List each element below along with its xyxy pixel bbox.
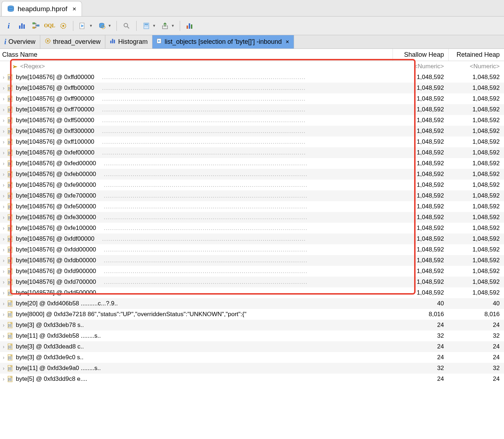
- table-row[interactable]: ›[i]byte[1048576] @ 0xfd900000 1,048,592…: [0, 266, 504, 277]
- expand-icon[interactable]: ›: [0, 85, 7, 91]
- histogram-button[interactable]: [17, 20, 28, 32]
- close-icon[interactable]: ✕: [72, 6, 77, 12]
- table-row[interactable]: ›[i]byte[1048576] @ 0xffd00000 1,048,592…: [0, 72, 504, 83]
- tab-thread-overview[interactable]: thread_overview: [40, 35, 105, 48]
- table-row[interactable]: ›[i]byte[1048576] @ 0xfdd00000 1,048,592…: [0, 244, 504, 255]
- table-row[interactable]: ›[i]byte[1048576] @ 0xfe900000 1,048,592…: [0, 180, 504, 190]
- dotted-fill: [104, 246, 393, 253]
- expand-icon[interactable]: ›: [0, 128, 7, 134]
- retained-heap-value: 1,048,592: [448, 235, 504, 242]
- expand-icon[interactable]: ›: [0, 268, 7, 274]
- gear-button[interactable]: [58, 20, 69, 32]
- tab-list-objects[interactable]: list_objects [selection of 'byte[]'] -in…: [152, 35, 294, 48]
- table-row[interactable]: ›[i]byte[1048576] @ 0xff500000 1,048,592…: [0, 115, 504, 126]
- table-row[interactable]: ›[i]byte[5] @ 0xfd3dd9c8 e....2424: [0, 374, 504, 384]
- tab-overview[interactable]: i Overview: [0, 35, 40, 48]
- calc-dropdown[interactable]: ▼: [141, 20, 157, 32]
- expand-icon[interactable]: ›: [0, 161, 7, 166]
- expand-icon[interactable]: ›: [0, 355, 7, 360]
- numeric-filter-retained[interactable]: <Numeric>: [448, 63, 504, 70]
- table-row[interactable]: ›[i]byte[8000] @ 0xfd3e7218 86","status"…: [0, 309, 504, 320]
- expand-icon[interactable]: ›: [0, 139, 7, 145]
- numeric-filter-shallow[interactable]: <Numeric>: [393, 63, 448, 70]
- table-row[interactable]: ›[i]byte[1048576] @ 0xfe500000 1,048,592…: [0, 201, 504, 212]
- table-row[interactable]: ›[i]byte[3] @ 0xfd3deb78 s..2424: [0, 320, 504, 331]
- table-row[interactable]: ›[i]byte[1048576] @ 0xff700000 1,048,592…: [0, 104, 504, 115]
- column-shallow-heap[interactable]: Shallow Heap: [393, 49, 448, 61]
- play-dropdown[interactable]: ▼: [77, 20, 94, 32]
- expand-icon[interactable]: ›: [0, 322, 7, 328]
- chart-button[interactable]: [184, 20, 196, 32]
- table-row[interactable]: ›[i]byte[1048576] @ 0xff100000 1,048,592…: [0, 137, 504, 147]
- tab-histogram[interactable]: Histogram: [105, 35, 152, 48]
- table-row[interactable]: ›[i]byte[3] @ 0xfd3dead8 c..2424: [0, 341, 504, 352]
- file-tab[interactable]: heapdump.hprof ✕: [1, 1, 82, 16]
- expand-icon[interactable]: ›: [0, 193, 7, 199]
- expand-icon[interactable]: ›: [0, 333, 7, 339]
- expand-icon[interactable]: ›: [0, 258, 7, 263]
- expand-icon[interactable]: ›: [0, 74, 7, 80]
- tree-button[interactable]: [30, 20, 42, 32]
- dotted-fill: [104, 225, 393, 232]
- expand-icon[interactable]: ›: [0, 344, 7, 350]
- table-row[interactable]: ›[i]byte[1048576] @ 0xfed00000 1,048,592…: [0, 158, 504, 169]
- table-row[interactable]: ›[i]byte[3] @ 0xfd3de9c0 s..2424: [0, 352, 504, 363]
- chevron-down-icon[interactable]: ▼: [170, 20, 176, 32]
- expand-icon[interactable]: ›: [0, 279, 7, 285]
- filter-row[interactable]: ➣ <Regex> <Numeric> <Numeric>: [0, 61, 504, 72]
- oql-button[interactable]: OQL: [44, 20, 55, 32]
- row-name-cell: [i]byte[1048576] @ 0xff100000: [7, 138, 393, 145]
- table-row[interactable]: ›[i]byte[1048576] @ 0xfe700000 1,048,592…: [0, 190, 504, 201]
- class-file-icon: [i]: [7, 236, 14, 242]
- expand-icon[interactable]: ›: [0, 117, 7, 123]
- expand-icon[interactable]: ›: [0, 204, 7, 209]
- expand-icon[interactable]: ›: [0, 96, 7, 102]
- expand-icon[interactable]: ›: [0, 301, 7, 306]
- table-row[interactable]: ›[i]byte[1048576] @ 0xfe300000 1,048,592…: [0, 212, 504, 223]
- column-class-name[interactable]: Class Name: [0, 51, 393, 59]
- expand-icon[interactable]: ›: [0, 107, 7, 112]
- expand-icon[interactable]: ›: [0, 171, 7, 177]
- retained-heap-value: 1,048,592: [448, 149, 504, 156]
- table-row[interactable]: ›[i]byte[1048576] @ 0xff900000 1,048,592…: [0, 93, 504, 104]
- chevron-down-icon[interactable]: ▼: [88, 20, 94, 32]
- class-file-icon: [i]: [7, 322, 14, 328]
- table-row[interactable]: ›[i]byte[1048576] @ 0xfd700000 1,048,592…: [0, 277, 504, 287]
- table-row[interactable]: ›[i]byte[1048576] @ 0xfe100000 1,048,592…: [0, 223, 504, 234]
- table-row[interactable]: ›[i]byte[1048576] @ 0xfdb00000 1,048,592…: [0, 255, 504, 266]
- dotted-fill: [104, 268, 393, 275]
- regex-filter[interactable]: <Regex>: [20, 63, 45, 70]
- expand-icon[interactable]: ›: [0, 290, 7, 296]
- export-dropdown[interactable]: ▼: [159, 20, 176, 32]
- table-row[interactable]: ›[i]byte[1048576] @ 0xffb00000 1,048,592…: [0, 83, 504, 93]
- row-name-cell: [i]byte[1048576] @ 0xfe500000: [7, 203, 393, 210]
- table-row[interactable]: ›[i]byte[1048576] @ 0xfeb00000 1,048,592…: [0, 169, 504, 180]
- table-row[interactable]: ›[i]byte[20] @ 0xfd406b58 ..........c...…: [0, 298, 504, 309]
- expand-icon[interactable]: ›: [0, 150, 7, 156]
- expand-icon[interactable]: ›: [0, 225, 7, 231]
- shallow-heap-value: 1,048,592: [393, 268, 448, 275]
- chevron-down-icon[interactable]: ▼: [107, 20, 113, 32]
- info-button[interactable]: i: [3, 20, 14, 32]
- column-retained-heap[interactable]: Retained Heap: [448, 49, 504, 61]
- close-icon[interactable]: ✕: [285, 39, 289, 45]
- table-row[interactable]: ›[i]byte[1048576] @ 0xfd500000 1,048,592…: [0, 287, 504, 298]
- class-name-text: byte[11] @ 0xfd3de9a0 ........s..: [16, 365, 101, 372]
- table-row[interactable]: ›[i]byte[11] @ 0xfd3de9a0 ........s..323…: [0, 363, 504, 374]
- expand-icon[interactable]: ›: [0, 214, 7, 220]
- chevron-down-icon[interactable]: ▼: [151, 20, 157, 32]
- db-dropdown[interactable]: ▼: [96, 20, 113, 32]
- shallow-heap-value: 1,048,592: [393, 160, 448, 167]
- table-row[interactable]: ›[i]byte[1048576] @ 0xfdf00000 1,048,592…: [0, 234, 504, 244]
- expand-icon[interactable]: ›: [0, 376, 7, 382]
- table-row[interactable]: ›[i]byte[11] @ 0xfd3deb58 ........s..323…: [0, 331, 504, 341]
- row-name-cell: [i]byte[1048576] @ 0xff500000: [7, 117, 393, 124]
- table-row[interactable]: ›[i]byte[1048576] @ 0xff300000 1,048,592…: [0, 126, 504, 137]
- expand-icon[interactable]: ›: [0, 365, 7, 371]
- expand-icon[interactable]: ›: [0, 182, 7, 188]
- search-button[interactable]: [121, 20, 132, 32]
- expand-icon[interactable]: ›: [0, 311, 7, 317]
- expand-icon[interactable]: ›: [0, 236, 7, 242]
- table-row[interactable]: ›[i]byte[1048576] @ 0xfef00000 1,048,592…: [0, 147, 504, 158]
- expand-icon[interactable]: ›: [0, 247, 7, 253]
